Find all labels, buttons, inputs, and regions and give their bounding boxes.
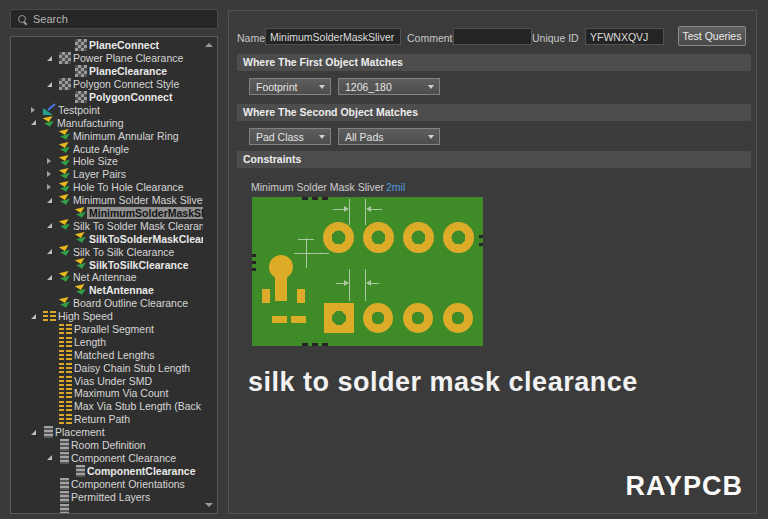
expand-arrow	[63, 65, 75, 77]
tree-item[interactable]: Testpoint	[11, 103, 203, 116]
hs-rule-icon	[43, 311, 56, 321]
mfg-rule-icon	[58, 142, 72, 156]
tree-item[interactable]: Length	[11, 335, 203, 348]
tree-item[interactable]: Silk To Solder Mask Clearance	[11, 219, 203, 232]
mfg-rule-icon	[58, 168, 72, 182]
expand-arrow[interactable]	[31, 104, 43, 116]
tree-item[interactable]	[11, 503, 203, 513]
plane-rule-icon	[75, 65, 87, 77]
tree-item[interactable]: Power Plane Clearance	[11, 52, 203, 65]
expand-arrow	[47, 323, 59, 335]
tree-item[interactable]: High Speed	[11, 310, 203, 323]
expand-arrow[interactable]	[31, 426, 43, 438]
comment-label: Comment	[407, 32, 453, 44]
tree-item[interactable]: Room Definition	[11, 439, 203, 452]
tree-item[interactable]: NetAntennae	[11, 284, 203, 297]
place-rule-icon	[60, 439, 69, 451]
section-constraints: Constraints	[237, 151, 751, 168]
second-scope-dropdown[interactable]: Pad Class	[249, 128, 331, 145]
dimension-arrow-icon	[366, 206, 371, 212]
pcb-component-pad	[275, 267, 287, 301]
expand-arrow	[47, 504, 59, 514]
tree-item[interactable]: Hole Size	[11, 155, 203, 168]
tree-item[interactable]: PlaneConnect	[11, 39, 203, 52]
expand-arrow[interactable]	[31, 310, 43, 322]
chevron-down-icon	[428, 85, 434, 89]
expand-arrow	[47, 375, 59, 387]
constraint-value[interactable]: 2mil	[386, 181, 405, 193]
rule-editor-panel: Name Comment Unique ID Test Queries Wher…	[228, 10, 757, 514]
tree-item[interactable]: Board Outline Clearance	[11, 297, 203, 310]
expand-arrow[interactable]	[47, 78, 59, 90]
comment-field[interactable]	[453, 28, 532, 45]
tree-item[interactable]: Maximum Via Count	[11, 387, 203, 400]
plane-rule-icon	[59, 52, 71, 64]
expand-arrow	[63, 91, 75, 103]
tree-item[interactable]: Placement	[11, 426, 203, 439]
tree-item[interactable]: Return Path	[11, 413, 203, 426]
scroll-up-icon[interactable]	[205, 43, 213, 47]
tree-item[interactable]: Minimum Annular Ring	[11, 129, 203, 142]
tree-item[interactable]: Daisy Chain Stub Length	[11, 361, 203, 374]
pcb-pad	[403, 222, 434, 253]
tree-item[interactable]: ComponentClearance	[11, 464, 203, 477]
first-value-dropdown[interactable]: 1206_180	[338, 78, 440, 95]
tree-item[interactable]: Polygon Connect Style	[11, 78, 203, 91]
pcb-square-pad	[324, 303, 354, 333]
expand-arrow[interactable]	[47, 52, 59, 64]
tree-item[interactable]: SilkToSilkClearance	[11, 258, 203, 271]
first-scope-dropdown[interactable]: Footprint	[249, 78, 331, 95]
chevron-down-icon	[428, 135, 434, 139]
pcb-component-pad	[291, 316, 306, 323]
tree-item[interactable]: Acute Angle	[11, 142, 203, 155]
scroll-down-icon[interactable]	[205, 503, 213, 507]
chevron-down-icon	[319, 85, 325, 89]
expand-arrow	[47, 400, 59, 412]
tree-item[interactable]: Vias Under SMD	[11, 374, 203, 387]
tree-item[interactable]: SilkToSolderMaskClearance	[11, 232, 203, 245]
tree-item[interactable]: Matched Lengths	[11, 348, 203, 361]
tree-item[interactable]: Component Orientations	[11, 477, 203, 490]
name-label: Name	[237, 32, 265, 44]
tree-item[interactable]: Permitted Layers	[11, 490, 203, 503]
expand-arrow	[47, 349, 59, 361]
tree-item[interactable]: PolygonConnect	[11, 91, 203, 104]
watermark: RAYPCB	[625, 471, 743, 502]
pcb-pad	[363, 222, 394, 253]
tree-item[interactable]: Net Antennae	[11, 271, 203, 284]
test-queries-button[interactable]: Test Queries	[678, 26, 746, 46]
tree-item[interactable]: Max Via Stub Length (Back Drill	[11, 400, 203, 413]
tree-item[interactable]: Component Clearance	[11, 452, 203, 465]
search-input[interactable]	[33, 13, 203, 25]
dimension-line	[306, 238, 307, 268]
dimension-arrow-icon	[344, 206, 349, 212]
tree-item[interactable]: MinimumSolderMaskSliver	[11, 207, 203, 220]
pcb-pad	[403, 303, 433, 333]
tree-item[interactable]: Manufacturing	[11, 116, 203, 129]
name-field[interactable]	[265, 28, 401, 45]
dimension-line	[349, 269, 350, 301]
hs-rule-icon	[59, 363, 72, 373]
constraint-label: Minimum Solder Mask Sliver	[251, 181, 384, 193]
tree-item[interactable]: Hole To Hole Clearance	[11, 181, 203, 194]
tree-item[interactable]: Silk To Silk Clearance	[11, 245, 203, 258]
search-icon	[18, 15, 27, 24]
expand-arrow	[47, 439, 59, 451]
unique-id-field[interactable]	[585, 28, 664, 45]
mfg-rule-icon	[74, 232, 88, 246]
expand-arrow[interactable]	[47, 452, 59, 464]
second-value-dropdown[interactable]: All Pads	[338, 128, 440, 145]
tree-item[interactable]: Minimum Solder Mask Sliver	[11, 194, 203, 207]
pcb-pad	[443, 222, 474, 253]
design-rules-window: PlaneConnect Power Plane Clearance Plane…	[0, 0, 768, 519]
search-box[interactable]	[10, 9, 218, 29]
mfg-rule-icon	[58, 180, 72, 194]
tree-item[interactable]: Layer Pairs	[11, 168, 203, 181]
tree-item[interactable]: Parallel Segment	[11, 323, 203, 336]
expand-arrow	[47, 336, 59, 348]
mfg-rule-icon	[58, 245, 72, 259]
mfg-rule-icon	[58, 129, 72, 143]
mfg-rule-icon	[58, 193, 72, 207]
tree-item[interactable]: PlaneClearance	[11, 65, 203, 78]
rules-tree-panel: PlaneConnect Power Plane Clearance Plane…	[10, 36, 218, 514]
